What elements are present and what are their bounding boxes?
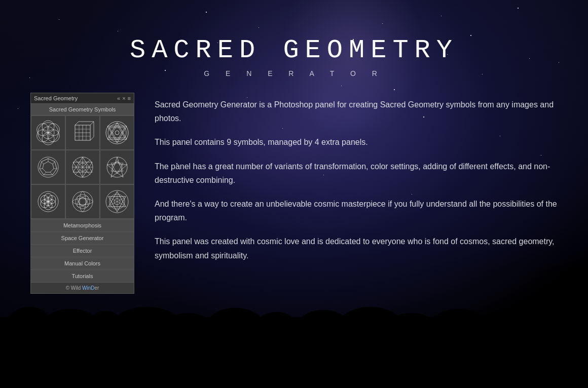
- symbol-cell-2[interactable]: [65, 115, 100, 150]
- svg-line-10: [90, 122, 94, 125]
- effector-button[interactable]: Effector: [31, 244, 134, 257]
- footer-text: © Wild WinDer: [66, 285, 99, 291]
- svg-point-47: [112, 162, 122, 172]
- svg-line-36: [42, 162, 44, 164]
- panel-controls: « × ≡: [117, 96, 131, 101]
- symbol-cell-3[interactable]: [100, 115, 134, 150]
- symbol-cell-8[interactable]: [65, 184, 100, 219]
- symbol-cell-5[interactable]: [65, 150, 100, 184]
- main-title: SACRED GEOMETRY: [0, 35, 588, 65]
- panel-titlebar: Sacred Geometry « × ≡: [31, 93, 134, 104]
- svg-line-34: [44, 172, 46, 175]
- sacred-geometry-panel: Sacred Geometry « × ≡ Sacred Geometry Sy…: [30, 93, 134, 294]
- description-para-4: And there's a way to create an unbelieva…: [155, 197, 558, 224]
- subtitle: G E N E R A T O R: [0, 69, 588, 77]
- description-area: Sacred Geometry Generator is a Photoshop…: [155, 93, 558, 273]
- svg-line-11: [90, 137, 94, 140]
- panel-footer: © Wild WinDer: [31, 282, 134, 293]
- header: SACRED GEOMETRY G E N E R A T O R: [0, 0, 588, 77]
- symbol-cell-6[interactable]: [100, 150, 134, 184]
- metamorphosis-button[interactable]: Metamorphosis: [31, 219, 134, 231]
- svg-point-64: [75, 194, 90, 209]
- symbols-section-header: Sacred Geometry Symbols: [31, 104, 134, 115]
- svg-point-26: [115, 131, 119, 135]
- space-generator-button[interactable]: Space Generator: [31, 231, 134, 244]
- description-para-3: The panel has a great number of variants…: [155, 160, 558, 187]
- svg-line-31: [53, 162, 55, 164]
- symbol-cell-7[interactable]: [31, 184, 65, 219]
- manual-colors-button[interactable]: Manual Colors: [31, 257, 134, 269]
- panel-back-button[interactable]: «: [117, 96, 120, 101]
- symbol-cell-4[interactable]: [31, 150, 65, 184]
- panel-close-button[interactable]: ×: [122, 96, 125, 101]
- panel-title: Sacred Geometry: [34, 95, 78, 101]
- svg-marker-29: [43, 162, 54, 172]
- svg-line-33: [50, 172, 53, 175]
- symbol-cell-9[interactable]: [100, 184, 134, 219]
- svg-point-63: [75, 194, 90, 209]
- description-para-1: Sacred Geometry Generator is a Photoshop…: [155, 98, 558, 125]
- symbol-grid: [31, 115, 134, 219]
- panel-menu-button[interactable]: ≡: [128, 96, 131, 101]
- tutorials-button[interactable]: Tutorials: [31, 269, 134, 282]
- description-para-2: This panel contains 9 symbols, managed b…: [155, 135, 558, 149]
- description-para-5: This panel was created with cosmic love …: [155, 235, 558, 262]
- symbol-cell-1[interactable]: [31, 115, 65, 150]
- svg-line-9: [75, 122, 79, 125]
- footer-highlight: WinD: [82, 285, 94, 291]
- svg-point-21: [108, 124, 126, 142]
